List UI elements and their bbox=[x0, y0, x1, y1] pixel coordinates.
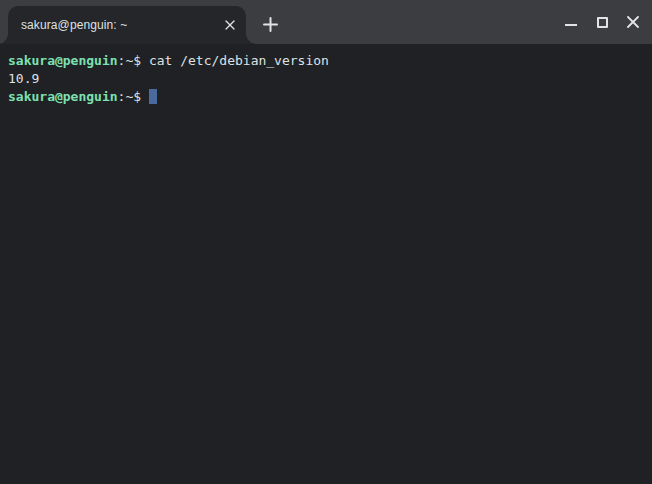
new-tab-button[interactable] bbox=[256, 10, 284, 38]
window-controls bbox=[549, 0, 642, 44]
terminal-window: sakura@penguin: ~ bbox=[0, 0, 652, 484]
prompt-suffix: :~$ bbox=[118, 89, 141, 104]
terminal-line-output: 10.9 bbox=[8, 70, 644, 88]
close-icon bbox=[627, 16, 639, 28]
window-background: { "window": { "title_bar": { "tab": { "t… bbox=[0, 0, 652, 484]
prompt-user-host: sakura@penguin bbox=[8, 53, 118, 68]
terminal-cursor bbox=[149, 89, 157, 104]
terminal-line-command: sakura@penguin:~$ cat /etc/debian_versio… bbox=[8, 52, 644, 70]
command-text: cat /etc/debian_version bbox=[141, 53, 329, 68]
close-window-button[interactable] bbox=[624, 8, 642, 36]
prompt-user-host: sakura@penguin bbox=[8, 89, 118, 104]
tab-strip: sakura@penguin: ~ bbox=[0, 0, 652, 44]
terminal[interactable]: sakura@penguin:~$ cat /etc/debian_versio… bbox=[0, 44, 652, 484]
maximize-icon bbox=[597, 17, 608, 28]
tab-close-button[interactable] bbox=[221, 16, 239, 34]
prompt-suffix: :~$ bbox=[118, 53, 141, 68]
close-icon bbox=[225, 20, 235, 30]
maximize-button[interactable] bbox=[593, 8, 611, 36]
minimize-button[interactable] bbox=[562, 8, 580, 36]
output-text: 10.9 bbox=[8, 71, 39, 86]
minimize-icon bbox=[565, 24, 577, 26]
plus-icon bbox=[263, 17, 278, 32]
tab-title: sakura@penguin: ~ bbox=[21, 18, 221, 32]
tab-sakura-penguin[interactable]: sakura@penguin: ~ bbox=[8, 6, 246, 44]
terminal-line-prompt: sakura@penguin:~$ bbox=[8, 88, 644, 106]
